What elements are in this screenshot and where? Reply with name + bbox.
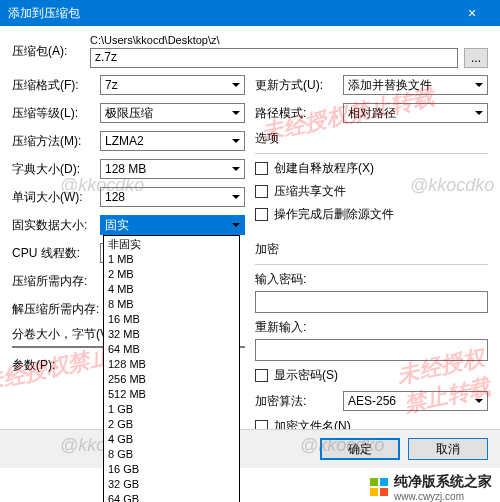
options-title: 选项 [255, 130, 488, 147]
update-select[interactable]: 添加并替换文件 [343, 75, 488, 95]
update-label: 更新方式(U): [255, 77, 343, 94]
method-select[interactable]: LZMA2 [100, 131, 245, 151]
dropdown-option[interactable]: 32 GB [104, 476, 239, 491]
close-icon[interactable]: × [452, 5, 492, 21]
split-label: 分卷大小，字节(V): [12, 326, 115, 343]
password-input[interactable] [255, 291, 488, 313]
dropdown-option[interactable]: 16 GB [104, 461, 239, 476]
dropdown-option[interactable]: 32 MB [104, 326, 239, 341]
footer-brand: 纯净版系统之家 [394, 473, 492, 491]
pathmode-label: 路径模式: [255, 105, 343, 122]
pathmode-select[interactable]: 相对路径 [343, 103, 488, 123]
dict-select[interactable]: 128 MB [100, 159, 245, 179]
dropdown-option[interactable]: 2 GB [104, 416, 239, 431]
delete-label: 操作完成后删除源文件 [274, 206, 394, 223]
params-label: 参数(P): [12, 357, 100, 374]
level-select[interactable]: 极限压缩 [100, 103, 245, 123]
show-password-checkbox[interactable] [255, 369, 268, 382]
algo-select[interactable]: AES-256 [343, 391, 488, 411]
footer-url: www.cwyzj.com [394, 491, 492, 502]
dropdown-option[interactable]: 8 MB [104, 296, 239, 311]
solid-label: 固实数据大小: [12, 217, 100, 234]
algo-label: 加密算法: [255, 393, 343, 410]
footer-watermark: 纯净版系统之家 www.cwyzj.com [0, 472, 500, 502]
cancel-button[interactable]: 取消 [408, 438, 488, 460]
show-password-label: 显示密码(S) [274, 367, 338, 384]
dropdown-option[interactable]: 64 MB [104, 341, 239, 356]
sfx-checkbox[interactable] [255, 162, 268, 175]
browse-button[interactable]: ... [464, 48, 488, 68]
method-label: 压缩方法(M): [12, 133, 100, 150]
share-checkbox[interactable] [255, 185, 268, 198]
archive-path-text: C:\Users\kkocd\Desktop\z\ [90, 34, 488, 46]
word-select[interactable]: 128 [100, 187, 245, 207]
level-label: 压缩等级(L): [12, 105, 100, 122]
pwd2-label: 重新输入: [255, 319, 488, 336]
archive-label: 压缩包(A): [12, 43, 90, 60]
solid-select[interactable]: 固实 [100, 215, 245, 235]
dict-label: 字典大小(D): [12, 161, 100, 178]
word-label: 单词大小(W): [12, 189, 100, 206]
button-bar: 确定 取消 [0, 429, 500, 468]
window-title: 添加到压缩包 [8, 5, 80, 22]
password-confirm-input[interactable] [255, 339, 488, 361]
dropdown-option[interactable]: 8 GB [104, 446, 239, 461]
dropdown-option[interactable]: 128 MB [104, 356, 239, 371]
dropdown-option[interactable]: 256 MB [104, 371, 239, 386]
ok-button[interactable]: 确定 [320, 438, 400, 460]
sfx-label: 创建自释放程序(X) [274, 160, 374, 177]
delete-checkbox[interactable] [255, 208, 268, 221]
pwd-label: 输入密码: [255, 271, 488, 288]
right-column: 更新方式(U):添加并替换文件 路径模式:相对路径 选项 创建自释放程序(X) … [255, 74, 488, 441]
encrypt-title: 加密 [255, 241, 488, 258]
dropdown-option[interactable]: 512 MB [104, 386, 239, 401]
dropdown-option[interactable]: 4 MB [104, 281, 239, 296]
dropdown-option[interactable]: 非固实 [104, 236, 239, 251]
format-label: 压缩格式(F): [12, 77, 100, 94]
archive-name-input[interactable]: z.7z [90, 48, 458, 68]
dropdown-option[interactable]: 2 MB [104, 266, 239, 281]
share-label: 压缩共享文件 [274, 183, 346, 200]
format-select[interactable]: 7z [100, 75, 245, 95]
solid-dropdown-list[interactable]: 非固实1 MB2 MB4 MB8 MB16 MB32 MB64 MB128 MB… [103, 235, 240, 502]
titlebar: 添加到压缩包 × [0, 0, 500, 26]
footer-logo-icon [370, 478, 388, 496]
cpu-label: CPU 线程数: [12, 245, 100, 262]
dropdown-option[interactable]: 64 GB [104, 491, 239, 502]
dropdown-option[interactable]: 1 GB [104, 401, 239, 416]
dialog-content: 压缩包(A): C:\Users\kkocd\Desktop\z\ z.7z .… [0, 26, 500, 445]
dropdown-option[interactable]: 4 GB [104, 431, 239, 446]
dropdown-option[interactable]: 1 MB [104, 251, 239, 266]
dropdown-option[interactable]: 16 MB [104, 311, 239, 326]
